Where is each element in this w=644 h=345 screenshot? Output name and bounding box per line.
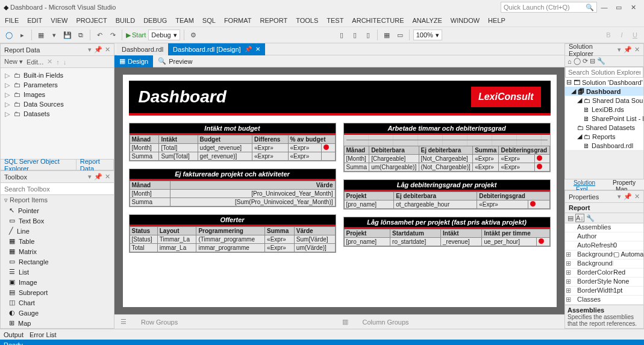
categorized-icon[interactable]: ▤: [567, 214, 574, 222]
tab-sql-explorer[interactable]: SQL Server Object Explorer: [1, 160, 77, 170]
tab-pin-icon[interactable]: 📌: [245, 46, 252, 52]
redo-button[interactable]: ↷: [107, 30, 118, 40]
prop-row[interactable]: ⊞BackgroundIm: [565, 260, 643, 269]
panel-dropdown-icon[interactable]: ▾: [617, 193, 621, 200]
menu-sql[interactable]: SQL: [202, 17, 216, 24]
sln-shared-ds[interactable]: ◢🗀Shared Data Sources: [565, 96, 643, 105]
subtab-design[interactable]: ▦Design: [114, 55, 153, 67]
report-data-new[interactable]: New ▾: [4, 58, 23, 66]
prop-row[interactable]: ⊞BorderStyleNone: [565, 278, 643, 287]
pin-icon[interactable]: 📌: [94, 46, 102, 54]
widget-laglon[interactable]: Låg lönsamhet per projekt (fast pris akt…: [343, 217, 551, 247]
tree-images[interactable]: ▷🗀Images: [4, 90, 110, 99]
menu-window[interactable]: WINDOW: [451, 17, 480, 24]
menu-report[interactable]: REPORT: [260, 17, 288, 24]
tab-errorlist[interactable]: Error List: [30, 331, 57, 338]
prop-row[interactable]: ⊞BorderWidth1pt: [565, 287, 643, 296]
menu-view[interactable]: VIEW: [51, 17, 67, 24]
panel-dropdown-icon[interactable]: ▾: [88, 173, 92, 181]
panel-close-icon[interactable]: ✕: [634, 193, 640, 200]
ptab-propman[interactable]: Property Man...: [604, 179, 644, 190]
menu-analyze[interactable]: ANALYZE: [413, 17, 442, 24]
menu-edit[interactable]: EDIT: [27, 17, 42, 24]
open-button[interactable]: ▾: [49, 30, 60, 40]
prop-row[interactable]: ⊞BackgroundC▢ Automatic: [565, 250, 643, 260]
menu-format[interactable]: FORMAT: [224, 17, 252, 24]
prop-row[interactable]: Author: [565, 232, 643, 241]
widget-ejfakt[interactable]: Ej fakturerade projekt och aktiviteter M…: [129, 169, 336, 207]
sln-ds1[interactable]: 🗎LexiDB.rds: [565, 105, 643, 114]
tool-gauge[interactable]: ◐Gauge: [1, 308, 114, 318]
menu-build[interactable]: BUILD: [116, 17, 135, 24]
minimize-button[interactable]: —: [597, 4, 611, 11]
tool-image[interactable]: ▣Image: [1, 277, 114, 287]
panel-close-icon[interactable]: ✕: [105, 173, 110, 181]
undo-button[interactable]: ↶: [94, 30, 105, 40]
home-icon[interactable]: ⌂: [567, 58, 572, 65]
menu-test[interactable]: TEST: [327, 17, 343, 24]
panel-dropdown-icon[interactable]: ▾: [88, 46, 92, 54]
refresh-icon[interactable]: ⟳: [583, 57, 588, 65]
toolbox-search-input[interactable]: [1, 183, 114, 195]
start-button[interactable]: ▶ Start: [126, 31, 146, 39]
bold-icon[interactable]: B: [603, 30, 614, 40]
maximize-button[interactable]: ▭: [611, 4, 626, 11]
save-button[interactable]: 💾: [62, 30, 73, 40]
widget-offerter[interactable]: Offerter StatusLayoutProgrammeringSummaV…: [129, 214, 336, 253]
events-icon[interactable]: 🔧: [586, 214, 595, 222]
tool-table[interactable]: ▦Table: [1, 236, 114, 246]
sln-project[interactable]: ◢🗐Dashboard: [565, 87, 643, 96]
align-left-icon[interactable]: ▯: [336, 30, 347, 40]
tool-line[interactable]: ╱Line: [1, 226, 114, 236]
nav-fwd-button[interactable]: ▸: [17, 30, 28, 40]
prop-row[interactable]: Assemblies: [565, 223, 643, 232]
menu-help[interactable]: HELP: [488, 17, 505, 24]
italic-icon[interactable]: I: [616, 30, 627, 40]
design-canvas[interactable]: Dashboard LexiConsult Intäkt mot budget …: [114, 67, 564, 314]
menu-team[interactable]: TEAM: [175, 17, 194, 24]
tree-builtin[interactable]: ▷🗀Built-in Fields: [4, 70, 110, 80]
quick-launch-input[interactable]: Quick Launch (Ctrl+Q)🔍: [501, 2, 597, 13]
zoom-combo[interactable]: 100% ▾: [413, 30, 442, 40]
pin-icon[interactable]: 📌: [624, 46, 632, 54]
ptab-solution[interactable]: Solution Expl...: [564, 179, 604, 190]
report-data-edit[interactable]: Edit...: [27, 58, 43, 66]
panel-dropdown-icon[interactable]: ▾: [617, 46, 621, 54]
alphabetical-icon[interactable]: A↓: [576, 214, 584, 222]
tool-textbox[interactable]: ▭Text Box: [1, 216, 114, 226]
sln-report-file[interactable]: 🗎Dashboard.rdl: [565, 141, 643, 150]
menu-tools[interactable]: TOOLS: [296, 17, 318, 24]
subtab-preview[interactable]: 🔍Preview: [153, 55, 197, 67]
down-icon[interactable]: ↓: [63, 58, 67, 66]
tab-close-icon[interactable]: ✕: [255, 46, 260, 52]
menu-file[interactable]: FILE: [5, 17, 19, 24]
tool-rectangle[interactable]: ▭Rectangle: [1, 256, 114, 267]
pin-icon[interactable]: 📌: [624, 193, 632, 200]
sln-root[interactable]: ⊟🗔Solution 'Dashboard' (1 project: [565, 78, 643, 87]
tool-chart[interactable]: ◫Chart: [1, 297, 114, 308]
tool-icon[interactable]: ⚙: [188, 30, 199, 40]
tool-map[interactable]: ⊞Map: [1, 318, 114, 328]
widget-lagdeb[interactable]: Låg debiteringsgrad per projekt ProjektE…: [343, 179, 551, 210]
tree-datasources[interactable]: ▷🗀Data Sources: [4, 99, 110, 109]
menu-project[interactable]: PROJECT: [76, 17, 107, 24]
toolbox-group[interactable]: ▿ Report Items: [1, 195, 114, 205]
panel-close-icon[interactable]: ✕: [634, 46, 640, 54]
sln-reports[interactable]: ◢🗀Reports: [565, 132, 643, 141]
back-icon[interactable]: ◯: [574, 57, 581, 65]
prop-row[interactable]: AutoRefresh0: [565, 241, 643, 250]
delete-icon[interactable]: ✕: [47, 58, 52, 66]
properties-icon[interactable]: 🔧: [597, 57, 605, 65]
new-project-button[interactable]: ▦: [36, 30, 46, 40]
ruler-icon[interactable]: ▭: [395, 30, 405, 40]
config-combo[interactable]: Debug ▾: [148, 30, 180, 40]
solution-search-input[interactable]: [565, 67, 643, 78]
pin-icon[interactable]: 📌: [94, 173, 102, 181]
panel-close-icon[interactable]: ✕: [105, 46, 110, 54]
tab-output[interactable]: Output: [4, 331, 23, 338]
underline-icon[interactable]: U: [630, 30, 640, 40]
prop-row[interactable]: ⊞BorderColorRed: [565, 269, 643, 278]
collapse-icon[interactable]: ⊟: [590, 57, 595, 65]
tab-report-data[interactable]: Report Data: [77, 160, 114, 170]
widget-intakt[interactable]: Intäkt mot budget MånadIntäktBudgetDiffe…: [129, 123, 336, 161]
